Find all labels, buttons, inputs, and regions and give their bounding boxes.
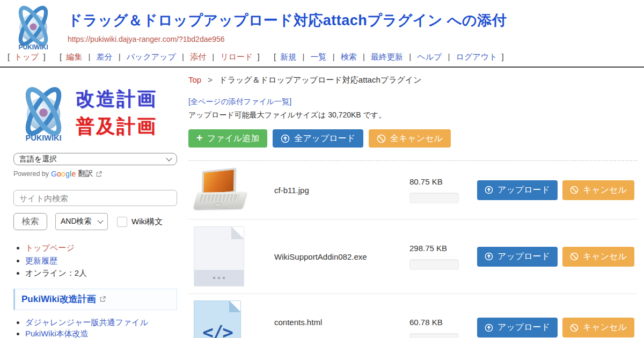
arrow-circle-up-icon bbox=[485, 252, 493, 261]
file-name: cf-b11.jpg bbox=[274, 186, 408, 195]
nav-group-site: [ 新規 | 一覧 | 検索 | 最終更新 | ヘルプ | ログアウト ] bbox=[272, 52, 506, 61]
cancel-button[interactable]: キャンセル bbox=[562, 247, 634, 267]
add-files-button[interactable]: + ファイル追加 bbox=[188, 129, 267, 148]
pipe-separator: | bbox=[182, 52, 184, 61]
nav-item-list[interactable]: 一覧 bbox=[311, 52, 327, 61]
sidebar-plugin-links: ダジャレンジャー版共通ファイル PukiWiki本体改造 PukiWikiテキス… bbox=[25, 317, 177, 338]
html-file-icon: </> bbox=[194, 300, 241, 338]
file-name: contents.html bbox=[274, 318, 408, 327]
sidebar-item-core-mod[interactable]: PukiWiki本体改造 bbox=[25, 329, 89, 338]
pukiwiki-logo[interactable]: PUKIWIKI bbox=[9, 2, 58, 52]
upload-progress-bar bbox=[409, 259, 459, 270]
main-content: Top > ドラッグ＆ドロップアップロード対応attachプラグイン [全ページ… bbox=[185, 68, 644, 338]
header-text: ドラッグ＆ドロップアップロード対応attachプラグイン への添付 https:… bbox=[68, 11, 507, 44]
upload-progress-bar bbox=[409, 333, 459, 338]
list-item: トップページ bbox=[25, 242, 177, 254]
nav-item-help[interactable]: ヘルプ bbox=[417, 52, 442, 61]
file-thumbnail bbox=[188, 226, 274, 286]
cancel-label: キャンセル bbox=[583, 322, 627, 333]
generic-file-icon bbox=[194, 226, 244, 286]
pipe-separator: | bbox=[302, 52, 304, 61]
file-thumbnail bbox=[188, 170, 274, 210]
file-name: WikiSupportAddin082.exe bbox=[274, 252, 408, 261]
file-actions: アップロード キャンセル bbox=[477, 318, 634, 337]
cancel-all-button[interactable]: 全キャンセル bbox=[369, 129, 451, 148]
list-item: 更新履歴 bbox=[25, 255, 177, 267]
section-title-link[interactable]: PukiWiki改造計画 bbox=[21, 293, 96, 305]
nav-item-diff[interactable]: 差分 bbox=[97, 52, 113, 61]
arrow-circle-up-icon bbox=[281, 134, 290, 143]
sidebar-section-heading: PukiWiki改造計画 bbox=[13, 289, 177, 310]
nav-group-page: [ 編集 | 差分 | バックアップ | 添付 | リロード ] bbox=[57, 52, 264, 61]
page-fold bbox=[229, 300, 241, 312]
file-actions: アップロード キャンセル bbox=[477, 247, 634, 267]
file-size-cell: 80.75 KB bbox=[408, 177, 473, 203]
nav-item-recent[interactable]: 最終更新 bbox=[371, 52, 403, 61]
upload-button[interactable]: アップロード bbox=[477, 318, 558, 337]
page-url-link[interactable]: https://pukiwiki.dajya-ranger.com/?1bd2d… bbox=[68, 35, 225, 43]
online-count: オンライン：2人 bbox=[25, 268, 87, 277]
upload-label: アップロード bbox=[497, 251, 550, 262]
nav-item-new[interactable]: 新規 bbox=[280, 52, 296, 61]
nav-item-top[interactable]: トップ bbox=[14, 52, 39, 61]
cancel-button[interactable]: キャンセル bbox=[562, 318, 634, 337]
nav-item-backup[interactable]: バックアップ bbox=[127, 52, 176, 61]
pipe-separator: | bbox=[212, 52, 214, 61]
file-size: 298.75 KB bbox=[409, 244, 473, 253]
external-link-icon bbox=[96, 171, 102, 177]
sidebar-quick-links: トップページ 更新履歴 オンライン：2人 bbox=[25, 242, 177, 280]
cancel-button[interactable]: キャンセル bbox=[562, 180, 634, 200]
breadcrumb: Top > ドラッグ＆ドロップアップロード対応attachプラグイン bbox=[188, 75, 638, 85]
sidebar-item-top-page[interactable]: トップページ bbox=[25, 243, 75, 252]
ban-icon bbox=[570, 252, 579, 261]
search-mode-select[interactable]: AND検索 bbox=[55, 213, 108, 230]
slogan-text: 改造計画 普及計画 bbox=[76, 85, 157, 140]
upload-toolbar: + ファイル追加 全アップロード 全キャンセル bbox=[188, 129, 638, 148]
pipe-separator: | bbox=[119, 52, 121, 61]
pipe-separator: | bbox=[88, 52, 90, 61]
bracket: ] bbox=[43, 52, 46, 61]
list-item: ダジャレンジャー版共通ファイル bbox=[25, 317, 177, 328]
upload-button[interactable]: アップロード bbox=[477, 247, 558, 267]
nav-item-logout[interactable]: ログアウト bbox=[456, 52, 497, 61]
list-item: オンライン：2人 bbox=[25, 267, 177, 280]
upload-progress-bar bbox=[409, 193, 459, 203]
breadcrumb-separator: > bbox=[208, 75, 213, 84]
sidebar-banner[interactable]: PUKIWIKI 改造計画 普及計画 bbox=[13, 80, 177, 145]
search-button[interactable]: 検索 bbox=[13, 213, 47, 230]
list-item: PukiWiki本体改造 bbox=[25, 328, 177, 338]
wiki-syntax-checkbox[interactable] bbox=[117, 217, 127, 227]
sidebar-item-update-history[interactable]: 更新履歴 bbox=[25, 256, 57, 265]
file-actions: アップロード キャンセル bbox=[477, 180, 634, 200]
slogan-line1: 改造計画 bbox=[76, 85, 157, 113]
search-mode-value: AND検索 bbox=[61, 217, 92, 226]
pipe-separator: | bbox=[333, 52, 335, 61]
top-navbar: [ トップ ] [ 編集 | 差分 | バックアップ | 添付 | リロード ]… bbox=[0, 51, 644, 68]
external-link-icon bbox=[100, 296, 106, 302]
file-row: WikiSupportAddin082.exe 298.75 KB アップロード bbox=[188, 219, 638, 294]
sidebar-item-common-files[interactable]: ダジャレンジャー版共通ファイル bbox=[25, 318, 148, 327]
bracket: ] bbox=[502, 52, 504, 61]
upload-label: アップロード bbox=[497, 185, 550, 196]
upload-all-button[interactable]: 全アップロード bbox=[273, 129, 363, 148]
header: PUKIWIKI ドラッグ＆ドロップアップロード対応attachプラグイン への… bbox=[0, 0, 644, 51]
nav-item-reload[interactable]: リロード bbox=[220, 52, 253, 61]
bracket: [ bbox=[274, 52, 276, 61]
nav-item-search[interactable]: 検索 bbox=[341, 52, 357, 61]
file-size-cell: 60.78 KB bbox=[408, 318, 473, 338]
all-attachments-link[interactable]: [全ページの添付ファイル一覧] bbox=[188, 97, 291, 107]
language-select[interactable]: 言語を選択 bbox=[13, 153, 177, 165]
upload-button[interactable]: アップロード bbox=[477, 180, 558, 200]
pipe-separator: | bbox=[363, 52, 365, 61]
translate-link[interactable]: 翻訳 bbox=[78, 169, 93, 179]
bracket: [ bbox=[8, 52, 10, 61]
file-row: </> contents.html 60.78 KB bbox=[188, 294, 638, 338]
plus-icon: + bbox=[196, 133, 203, 143]
breadcrumb-home[interactable]: Top bbox=[188, 75, 201, 84]
atom-icon: PUKIWIKI bbox=[9, 2, 58, 52]
site-search-input[interactable] bbox=[13, 190, 177, 206]
cancel-label: キャンセル bbox=[583, 185, 627, 196]
nav-item-attach[interactable]: 添付 bbox=[190, 52, 206, 61]
nav-item-edit[interactable]: 編集 bbox=[66, 52, 82, 61]
atom-icon: PUKIWIKI bbox=[13, 80, 74, 145]
